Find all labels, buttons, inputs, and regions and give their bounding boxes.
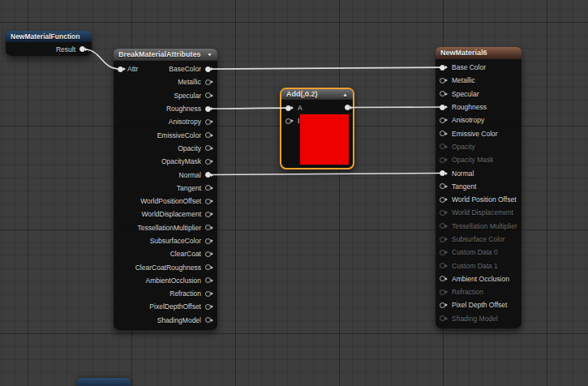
partial-node-header[interactable] [77,378,131,386]
node-title: BreakMaterialAttributes [118,50,201,58]
pin-row: Tangent [436,180,521,193]
pin-row: ClearCoat [114,247,217,260]
pin-label: Subsurface Color [452,235,505,243]
add-node[interactable]: Add(,0.2) ▲ A B [280,88,354,169]
input-pin[interactable] [440,105,445,110]
output-pin[interactable] [205,317,211,323]
pin-row: Opacity [436,140,521,153]
pin-row: Normal [114,168,217,181]
input-pin[interactable] [440,302,445,308]
pin-label: Attr [127,65,138,73]
pin-label: Shading Model [452,315,498,323]
input-pin[interactable] [440,157,445,163]
input-pin[interactable] [440,91,445,96]
input-pin[interactable] [440,237,445,242]
pin-label: Opacity Mask [452,156,494,164]
pin-row: Pixel Depth Offset [436,298,521,311]
output-pin[interactable] [205,159,211,165]
material-function-node[interactable]: NewMaterialFunction Result [6,31,92,56]
pin-label: Specular [174,92,201,100]
color-preview [299,114,350,165]
break-material-attributes-node[interactable]: BreakMaterialAttributes ▼ Attr BaseColor… [114,49,217,330]
pin-label: Normal [452,169,474,178]
output-pin[interactable] [205,291,211,297]
output-pin[interactable] [205,172,211,178]
pin-row: Opacity Mask [436,153,521,166]
a-input-pin[interactable] [285,105,291,111]
node-header[interactable]: NewMaterialFunction [6,31,92,42]
collapse-arrow-icon[interactable]: ▼ [207,52,212,58]
input-pin[interactable] [440,250,445,255]
pin-row: Opacity [114,142,217,155]
node-header[interactable]: NewMaterial6 [436,47,521,59]
input-pin[interactable] [440,263,445,268]
input-pin[interactable] [440,197,445,203]
pin-label: World Position Offset [452,195,517,204]
input-pin[interactable] [440,223,445,229]
output-pin[interactable] [205,119,211,125]
pin-row: Result [6,42,92,56]
output-pin[interactable] [205,79,211,85]
input-pin[interactable] [440,276,445,281]
pin-label: Custom Data 0 [452,248,498,256]
input-pin[interactable] [440,65,445,71]
output-pin[interactable] [205,132,211,138]
node-title: NewMaterial6 [440,49,487,57]
pin-row: Specular [114,89,217,102]
output-pin[interactable] [205,238,211,244]
output-pin[interactable] [205,212,211,217]
pin-label: SubsurfaceColor [150,237,201,245]
input-pin[interactable] [440,290,445,295]
pin-label: Opacity [178,144,201,152]
pin-label: Emissive Color [452,130,498,138]
result-output-pin[interactable] [79,46,85,52]
input-pin[interactable] [440,118,445,123]
output-pin[interactable] [205,264,211,270]
pin-row: Base Color [436,61,521,74]
pin-label: Refraction [452,288,483,296]
output-pin[interactable] [205,106,211,112]
output-pin[interactable] [205,185,211,191]
pin-label: Opacity [452,143,475,151]
pin-label: WorldDisplacement [141,210,201,218]
pin-label: Roughness [166,105,201,113]
material-graph-canvas[interactable]: NewMaterialFunction Result BreakMaterial… [0,0,588,386]
input-pin[interactable] [440,315,445,321]
pin-row: ClearCoatRoughness [114,260,217,273]
pin-label: Roughness [452,103,487,111]
pin-row: Tangent [114,182,217,195]
node-header[interactable]: Add(,0.2) ▲ [281,89,353,100]
output-pin[interactable] [205,277,211,283]
input-pin[interactable] [440,170,445,176]
output-pin[interactable] [205,225,211,230]
output-pin[interactable] [205,251,211,257]
pin-label: Specular [452,90,479,98]
pin-label: A [298,104,303,112]
node-header[interactable]: BreakMaterialAttributes ▼ [114,49,217,61]
material-result-node[interactable]: NewMaterial6 Base Color Metallic Specula… [436,47,521,328]
input-pin[interactable] [440,210,445,216]
output-pin[interactable] [205,66,211,72]
pin-row: PixelDepthOffset [114,300,217,313]
pin-label: WorldPositionOffset [140,197,201,205]
pin-row: Roughness [114,102,217,115]
output-pin[interactable] [205,92,211,98]
input-pin[interactable] [440,131,445,136]
pin-label: EmissiveColor [157,131,201,139]
pin-row: Metallic [436,74,521,87]
input-pin[interactable] [440,78,445,84]
input-pin[interactable] [440,144,445,149]
pin-label: Tessellation Multiplier [452,222,517,230]
b-input-pin[interactable] [285,118,291,124]
attr-input-pin[interactable] [118,66,123,72]
pin-label: Tangent [177,184,201,192]
output-pin[interactable] [205,304,211,310]
pin-label: Tangent [452,182,476,191]
pin-row: Custom Data 1 [436,259,521,272]
pin-label: ClearCoatRoughness [135,264,201,272]
add-output-pin[interactable] [345,105,350,110]
collapse-arrow-icon[interactable]: ▲ [342,92,348,97]
input-pin[interactable] [440,183,445,189]
output-pin[interactable] [205,145,211,151]
output-pin[interactable] [205,199,211,204]
